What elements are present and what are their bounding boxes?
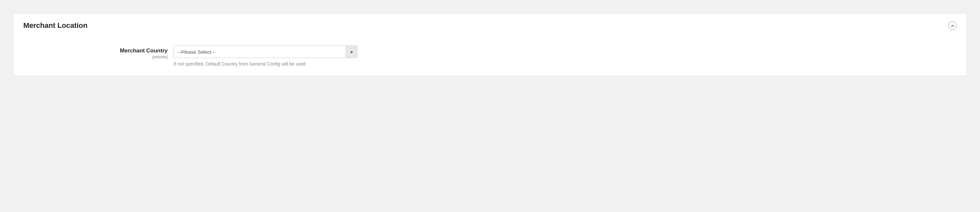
panel-title: Merchant Location (23, 21, 88, 30)
caret-down-icon (350, 49, 353, 55)
chevron-up-icon (951, 23, 955, 28)
merchant-country-label: Merchant Country (120, 47, 168, 54)
merchant-country-help: If not specified, Default Country from G… (173, 61, 357, 66)
merchant-country-scope: [website] (23, 55, 168, 59)
select-display[interactable]: --Please Select-- (174, 46, 346, 58)
merchant-country-select[interactable]: --Please Select-- (173, 46, 357, 58)
collapse-toggle-button[interactable] (948, 21, 957, 30)
svg-marker-0 (350, 51, 353, 54)
field-column: --Please Select-- If not specified, Defa… (173, 46, 357, 66)
panel-header: Merchant Location (23, 21, 957, 30)
label-column: Merchant Country [website] (23, 46, 168, 59)
merchant-location-panel: Merchant Location Merchant Country [webs… (13, 13, 967, 76)
merchant-country-row: Merchant Country [website] --Please Sele… (23, 46, 957, 66)
select-arrow-button[interactable] (346, 46, 357, 58)
